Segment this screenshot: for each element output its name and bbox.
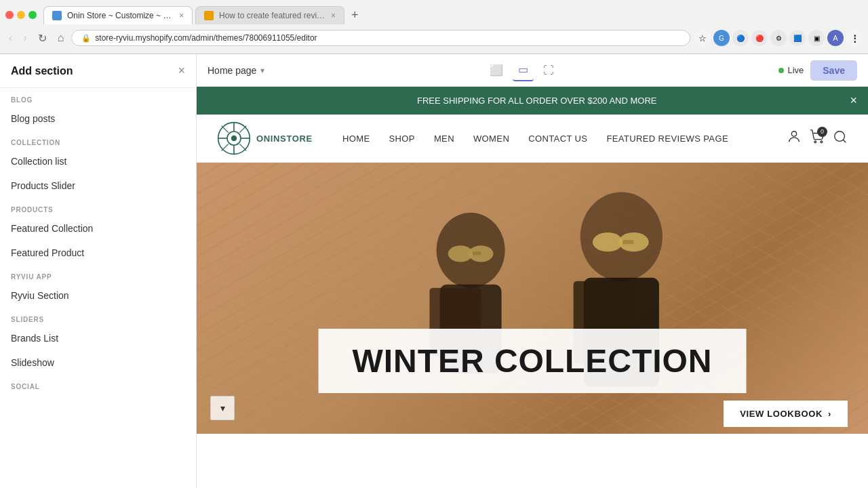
page-selector[interactable]: Home page ▾ [208, 65, 264, 76]
svg-point-12 [814, 140, 816, 142]
address-text: store-ryviu.myshopify.com/admin/themes/7… [95, 33, 317, 43]
svg-point-10 [231, 136, 237, 141]
sidebar-item-blog-posts[interactable]: Blog posts [0, 106, 196, 131]
store-header: ONINSTORE HOME SHOP MEN WOMEN CONTACT US… [197, 115, 868, 163]
tab-label-2: How to create featured reviews... [219, 11, 326, 20]
browser-chrome: Onin Store ~ Customize ~ Loto... × How t… [0, 0, 868, 54]
nav-featured-reviews[interactable]: FEATURED REVIEWS PAGE [597, 128, 738, 149]
svg-line-9 [222, 144, 229, 150]
category-blog: BLOG [0, 88, 196, 106]
sidebar-item-ryviu-section[interactable]: Ryviu Section [0, 283, 196, 308]
hero-cta-container: VIEW LOOKBOOK › [724, 401, 848, 427]
home-button[interactable]: ⌂ [54, 30, 68, 45]
nav-contact-us[interactable]: CONTACT US [519, 128, 597, 149]
profile-avatar[interactable]: A [827, 30, 844, 46]
tab-favicon-1 [52, 11, 62, 20]
category-collection: COLLECTION [0, 131, 196, 149]
sidebar-header: Add section × [0, 54, 196, 88]
tab-favicon-2 [204, 11, 214, 20]
svg-rect-20 [473, 251, 481, 255]
nav-women[interactable]: WOMEN [464, 128, 519, 149]
desktop-view-button[interactable]: ⬜ [484, 60, 509, 81]
browser-tab-active[interactable]: Onin Store ~ Customize ~ Loto... × [43, 6, 193, 24]
category-products: PRODUCTS [0, 198, 196, 216]
hero-dropdown-button[interactable]: ▾ [210, 396, 235, 420]
search-icon [833, 129, 848, 144]
cart-button[interactable]: 0 [810, 129, 825, 148]
sidebar-item-featured-collection[interactable]: Featured Collection [0, 216, 196, 241]
forward-button[interactable]: › [20, 30, 30, 45]
address-bar[interactable]: 🔒 store-ryviu.myshopify.com/admin/themes… [71, 30, 690, 46]
traffic-light-yellow[interactable] [17, 11, 25, 19]
svg-point-24 [593, 232, 623, 251]
hero-text-overlay: WINTER COLLECTION [319, 329, 747, 393]
ext-star[interactable]: ☆ [694, 30, 711, 46]
browser-tab-inactive[interactable]: How to create featured reviews... × [195, 6, 344, 24]
live-badge: Live [778, 65, 804, 75]
svg-line-6 [222, 126, 229, 133]
view-lookbook-label: VIEW LOOKBOOK [740, 409, 823, 419]
tab-label-1: Onin Store ~ Customize ~ Loto... [67, 11, 174, 20]
category-ryviu-app: RYVIU APP [0, 265, 196, 283]
store-navigation: HOME SHOP MEN WOMEN CONTACT US FEATURED … [333, 128, 773, 149]
announcement-bar: FREE SHIPPING FOR ALL ORDER OVER $200 AN… [197, 87, 868, 115]
save-button[interactable]: Save [810, 60, 857, 81]
account-button[interactable] [787, 129, 802, 148]
traffic-light-green[interactable] [28, 11, 37, 19]
announcement-close-button[interactable]: × [850, 94, 857, 108]
store-logo: ONINSTORE [217, 121, 313, 155]
add-tab-button[interactable]: + [347, 8, 363, 22]
ext-5[interactable]: 🟦 [789, 30, 806, 46]
search-button[interactable] [833, 129, 848, 148]
traffic-light-red[interactable] [5, 11, 14, 19]
sidebar-item-featured-product[interactable]: Featured Product [0, 241, 196, 265]
page-selector-label: Home page [208, 65, 256, 76]
svg-point-13 [821, 140, 823, 142]
sidebar-item-slideshow[interactable]: Slideshow [0, 350, 196, 375]
hero-section: WINTER COLLECTION VIEW LOOKBOOK › ▾ [197, 163, 868, 434]
user-icon [787, 129, 802, 144]
preview-actions: Live Save [778, 60, 857, 81]
device-icons: ⬜ ▭ ⛶ [484, 59, 559, 81]
main-layout: Add section × BLOG Blog posts COLLECTION… [0, 54, 868, 488]
svg-point-11 [791, 131, 796, 136]
svg-line-8 [239, 126, 246, 133]
hero-title: WINTER COLLECTION [353, 342, 713, 380]
reload-button[interactable]: ↻ [35, 30, 50, 46]
hero-people-svg [197, 163, 868, 434]
sidebar-item-collection-list[interactable]: Collection list [0, 149, 196, 174]
arrow-right-icon: › [828, 409, 831, 419]
svg-line-7 [239, 144, 246, 150]
sidebar-item-brands-list[interactable]: Brands List [0, 326, 196, 350]
sidebar-close-button[interactable]: × [178, 64, 185, 78]
tab-close-1[interactable]: × [179, 11, 184, 20]
ext-3[interactable]: 🔴 [751, 30, 768, 46]
category-sliders: SLIDERS [0, 308, 196, 326]
ext-4[interactable]: ⚙ [770, 30, 787, 46]
sidebar-title: Add section [11, 65, 73, 77]
cart-badge: 0 [817, 127, 827, 137]
fullscreen-button[interactable]: ⛶ [538, 60, 559, 81]
announcement-text: FREE SHIPPING FOR ALL ORDER OVER $200 AN… [417, 96, 657, 106]
sidebar-item-products-slider[interactable]: Products Slider [0, 174, 196, 198]
logo-svg [217, 121, 251, 155]
svg-rect-26 [623, 240, 633, 244]
back-button[interactable]: ‹ [5, 30, 16, 45]
ext-6[interactable]: ▣ [808, 30, 825, 46]
tab-close-2[interactable]: × [331, 11, 336, 20]
ext-2[interactable]: 🔵 [732, 30, 749, 46]
nav-home[interactable]: HOME [333, 128, 380, 149]
sidebar: Add section × BLOG Blog posts COLLECTION… [0, 54, 197, 488]
header-actions: 0 [787, 129, 848, 148]
live-label: Live [787, 65, 804, 75]
menu-icon[interactable]: ⋮ [846, 30, 863, 46]
category-social: SOCIAL [0, 375, 196, 393]
nav-men[interactable]: MEN [425, 128, 464, 149]
lock-icon: 🔒 [81, 34, 91, 43]
tablet-view-button[interactable]: ▭ [513, 59, 534, 81]
preview-area: Home page ▾ ⬜ ▭ ⛶ Live Save FREE SHIPPI [197, 54, 868, 488]
nav-shop[interactable]: SHOP [379, 128, 424, 149]
view-lookbook-button[interactable]: VIEW LOOKBOOK › [724, 401, 848, 427]
chevron-down-icon: ▾ [260, 66, 264, 75]
ext-1[interactable]: G [713, 30, 730, 46]
